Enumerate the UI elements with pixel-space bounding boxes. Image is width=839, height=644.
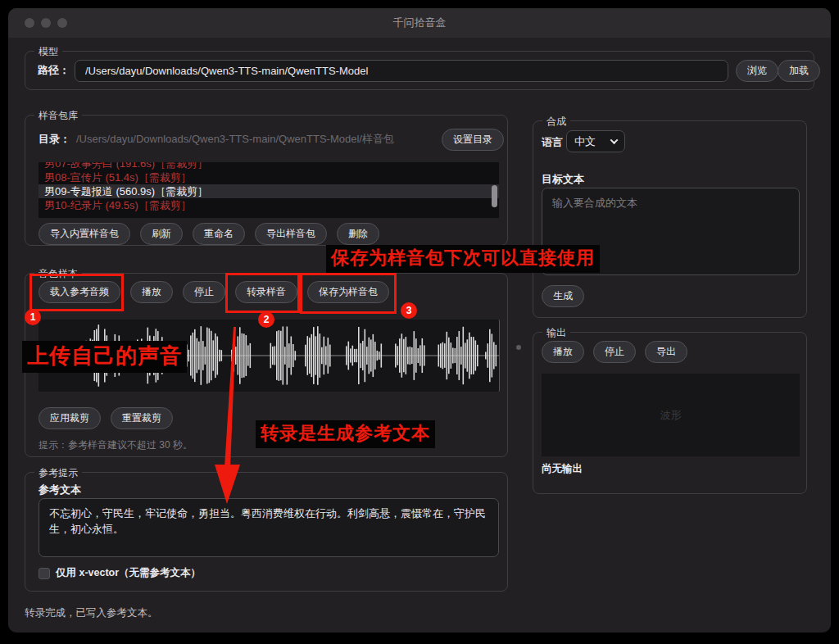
list-item[interactable]: 男09-专题报道 (560.9s)［需裁剪］	[39, 184, 499, 198]
chevron-down-icon	[610, 136, 619, 144]
reference-text-label: 参考文本	[39, 483, 81, 497]
output-group-label: 输出	[542, 326, 570, 340]
sample-buttons-row: 载入参考音频 1 播放 停止 转录样音 2 保存为样音包 3	[39, 281, 389, 303]
xvector-checkbox-row: 仅用 x-vector（无需参考文本）	[39, 566, 201, 580]
browse-button[interactable]: 浏览	[736, 60, 778, 82]
language-select-value: 中文	[574, 134, 596, 149]
refresh-button[interactable]: 刷新	[140, 223, 183, 245]
sample-stop-button[interactable]: 停止	[183, 281, 225, 303]
window-title: 千问拾音盒	[393, 16, 447, 30]
annotation-transcribe-note: 转录是生成参考文本	[256, 420, 435, 448]
reference-group: 参考提示 参考文本 仅用 x-vector（无需参考文本）	[25, 472, 508, 592]
sample-list[interactable]: 男07-故事旁白 (191.6s)［需裁剪］男08-宣传片 (51.4s)［需裁…	[39, 162, 499, 218]
annotation-upload-voice: 上传自己的声音	[22, 341, 187, 373]
output-group: 输出 播放 停止 导出 波形 尚无输出	[533, 332, 807, 494]
export-pack-button[interactable]: 导出样音包	[255, 223, 327, 245]
delete-button[interactable]: 删除	[337, 223, 379, 245]
reset-crop-button[interactable]: 重置裁剪	[111, 407, 173, 429]
list-scrollbar-thumb[interactable]	[492, 185, 497, 207]
list-item[interactable]: 男10-纪录片 (49.5s)［需裁剪］	[39, 198, 499, 212]
target-text-label: 目标文本	[542, 172, 584, 187]
app-window: 千问拾音盒 模型 路径： 浏览 加载 样音包库 目录： /Users/dayu/…	[8, 8, 831, 633]
output-export-button[interactable]: 导出	[645, 341, 687, 363]
output-buttons-row: 播放 停止 导出	[542, 341, 687, 363]
model-group-label: 模型	[34, 45, 62, 59]
load-model-button[interactable]: 加载	[778, 60, 820, 82]
set-directory-button[interactable]: 设置目录	[442, 129, 504, 151]
reference-text-area[interactable]	[39, 498, 499, 557]
sample-play-button[interactable]: 播放	[130, 281, 173, 303]
xvector-checkbox-label: 仅用 x-vector（无需参考文本）	[56, 566, 201, 580]
crop-buttons-row: 应用裁剪 重置裁剪	[39, 407, 173, 429]
library-dir-value: /Users/dayu/Downloads/Qwen3-TTS-main/Qwe…	[76, 132, 394, 147]
zoom-window-icon[interactable]	[57, 18, 67, 28]
apply-crop-button[interactable]: 应用裁剪	[39, 407, 101, 429]
language-label: 语言	[542, 135, 563, 150]
generate-button[interactable]: 生成	[542, 285, 584, 307]
pane-splitter-handle[interactable]	[516, 345, 521, 350]
synthesis-group: 合成 语言 中文 目标文本 生成	[533, 120, 807, 318]
list-item[interactable]: 男08-宣传片 (51.4s)［需裁剪］	[39, 170, 499, 184]
title-bar: 千问拾音盒	[8, 8, 831, 38]
rename-button[interactable]: 重命名	[193, 223, 245, 245]
transcribe-highlight: 转录样音 2	[235, 281, 297, 303]
save-as-pack-button[interactable]: 保存为样音包	[307, 281, 389, 303]
traffic-lights	[25, 18, 67, 28]
xvector-checkbox[interactable]	[39, 568, 50, 579]
close-window-icon[interactable]	[25, 18, 34, 28]
sample-hint: 提示：参考样音建议不超过 30 秒。	[39, 438, 193, 452]
library-dir-label: 目录：	[39, 132, 70, 147]
model-path-label: 路径：	[38, 63, 70, 78]
save-pack-highlight: 保存为样音包 3	[307, 281, 389, 303]
annotation-save-reuse: 保存为样音包下次可以直接使用	[326, 245, 600, 273]
output-stop-button[interactable]: 停止	[593, 341, 636, 363]
annotation-badge-1: 1	[25, 309, 41, 325]
output-play-button[interactable]: 播放	[542, 341, 584, 363]
load-ref-highlight: 载入参考音频 1	[39, 281, 120, 303]
transcribe-sample-button[interactable]: 转录样音	[235, 281, 297, 303]
status-bar-text: 转录完成，已写入参考文本。	[25, 606, 158, 620]
sample-list-rows: 男07-故事旁白 (191.6s)［需裁剪］男08-宣传片 (51.4s)［需裁…	[39, 162, 499, 212]
output-waveform-placeholder: 波形	[660, 408, 682, 423]
output-waveform-panel: 波形	[542, 374, 800, 456]
language-select[interactable]: 中文	[566, 130, 625, 152]
model-group: 模型 路径： 浏览 加载	[25, 51, 814, 90]
annotation-badge-2: 2	[258, 311, 274, 328]
import-builtin-pack-button[interactable]: 导入内置样音包	[39, 223, 130, 245]
minimize-window-icon[interactable]	[41, 18, 51, 28]
library-group: 样音包库 目录： /Users/dayu/Downloads/Qwen3-TTS…	[25, 115, 508, 246]
load-reference-audio-button[interactable]: 载入参考音频	[39, 281, 120, 303]
annotation-badge-3: 3	[401, 302, 417, 319]
output-status: 尚无输出	[542, 462, 583, 476]
synthesis-group-label: 合成	[542, 115, 570, 129]
reference-group-label: 参考提示	[34, 466, 82, 480]
library-group-label: 样音包库	[34, 109, 82, 123]
library-buttons-row: 导入内置样音包 刷新 重命名 导出样音包 删除	[39, 223, 379, 245]
voice-sample-group-label: 音色样本	[34, 267, 82, 281]
list-item[interactable]: 男07-故事旁白 (191.6s)［需裁剪］	[39, 162, 499, 170]
model-path-input[interactable]	[75, 60, 728, 82]
